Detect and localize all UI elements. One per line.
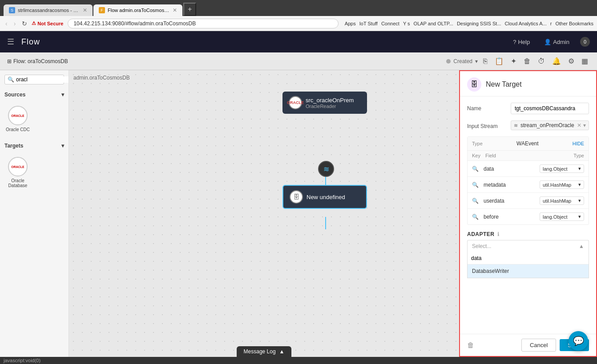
reload-button[interactable]: ↻	[20, 19, 29, 28]
field-type-select-data[interactable]: lang.Object ▾	[540, 164, 584, 173]
status-indicator[interactable]: Created ▾	[446, 58, 478, 64]
field-type-select-metadata[interactable]: util.HashMap ▾	[540, 180, 584, 189]
targets-chevron: ▾	[61, 143, 64, 149]
browser-tab-2[interactable]: F Flow admin.oraToCosmosDB ✕	[93, 4, 182, 16]
bookmark-cloud[interactable]: Cloud Analytics A...	[505, 21, 547, 26]
sources-section-header[interactable]: Sources ▾	[4, 92, 64, 98]
adapter-dropdown[interactable]: Select... ▲ DatabaseWriter	[467, 240, 589, 252]
field-row-userdata: 🔍 userdata util.HashMap ▾	[468, 193, 589, 209]
bookmark-olap[interactable]: OLAP and OLTP...	[414, 21, 453, 26]
notification-badge[interactable]: 0	[580, 37, 590, 47]
delete-button[interactable]: 🗑	[522, 56, 532, 67]
oracle-cdc-component[interactable]: ORACLE Oracle CDC	[4, 106, 31, 132]
forward-button[interactable]: ›	[12, 19, 18, 28]
bookmark-ys[interactable]: Y s	[403, 21, 410, 26]
message-log-bar[interactable]: Message Log ▲	[237, 346, 292, 357]
search-icon: 🔍	[8, 76, 14, 83]
app: ☰ Flow ? Help 👤 Admin 0 ⊞ Flow: oraToCos…	[0, 31, 597, 364]
tab-favicon-1: S	[9, 7, 15, 13]
input-stream-field-wrapper: ≋ stream_onPremOracle ✕ ▾	[511, 120, 589, 130]
status-chevron: ▾	[475, 58, 478, 64]
source-node-icon: ORACLE	[289, 96, 302, 109]
cancel-button[interactable]: Cancel	[521, 339, 556, 352]
reload-button[interactable]: 🔔	[550, 55, 563, 67]
connect-button[interactable]: ✦	[509, 55, 518, 67]
bookmark-iot[interactable]: IoT Stuff	[359, 21, 378, 26]
field-type-select-userdata[interactable]: util.HashMap ▾	[540, 196, 584, 205]
sources-section-content: ORACLE Oracle CDC	[4, 102, 64, 136]
hamburger-menu[interactable]: ☰	[7, 37, 14, 47]
field-name-metadata: metadata	[484, 182, 537, 188]
target-node-text: New undefined	[307, 194, 345, 200]
help-button[interactable]: ? Help	[513, 39, 530, 45]
message-log-icon: ▲	[279, 348, 285, 355]
name-label: Name	[467, 103, 507, 112]
adapter-options: DatabaseWriter	[467, 252, 589, 278]
canvas-label: admin.oraToCosmosDB	[73, 75, 130, 81]
oracle-cdc-icon: ORACLE	[8, 106, 28, 125]
status-bar: javascript:void(0)	[0, 357, 597, 364]
search-input[interactable]	[16, 76, 69, 83]
adapter-option-dbwriter[interactable]: DatabaseWriter	[468, 264, 589, 278]
admin-icon: 👤	[544, 39, 551, 45]
field-type-chevron-before: ▾	[578, 214, 581, 220]
adapter-search-input[interactable]	[471, 255, 585, 261]
input-stream-chip[interactable]: ≋ stream_onPremOracle ✕ ▾	[511, 120, 589, 130]
panel-body: Name Input Stream ≋ stream_onPremOracle …	[460, 96, 596, 334]
stream-chip-text: stream_onPremOracle	[520, 122, 574, 128]
adapter-chevron-icon: ▲	[579, 243, 584, 249]
delete-icon[interactable]: 🗑	[467, 341, 474, 349]
field-type-value-metadata: util.HashMap	[543, 182, 571, 188]
field-type-value-data: lang.Object	[543, 166, 568, 172]
grid-button[interactable]: ▦	[580, 55, 590, 67]
name-input[interactable]	[511, 103, 589, 114]
oracle-db-component[interactable]: ORACLE Oracle Database	[4, 157, 31, 188]
tab-close-1[interactable]: ✕	[83, 7, 87, 13]
adapter-info-icon[interactable]: ℹ	[497, 231, 500, 237]
copy-button[interactable]: ⎘	[481, 56, 489, 67]
target-node[interactable]: 🗄 New undefined	[282, 185, 367, 209]
field-type-value-userdata: util.HashMap	[543, 198, 571, 204]
status-dot	[446, 59, 451, 64]
targets-section-header[interactable]: Targets ▾	[4, 143, 64, 149]
field-type-chevron-data: ▾	[578, 166, 581, 172]
url-bar[interactable]	[68, 19, 338, 28]
right-panel: 🗄 New Target Name Input Stream ≋	[459, 70, 597, 357]
paste-button[interactable]: 📋	[493, 55, 505, 67]
chip-actions: ✕ ▾	[577, 122, 586, 128]
canvas-area[interactable]: admin.oraToCosmosDB ORACLE src_oracleOnP…	[69, 70, 459, 357]
tab-close-2[interactable]: ✕	[173, 7, 177, 13]
other-bookmarks[interactable]: Other Bookmarks	[555, 21, 593, 26]
browser-tab-1[interactable]: S strlimcassandracosmos - Dat... ✕	[4, 4, 93, 16]
warning-text: Not Secure	[37, 21, 63, 26]
back-button[interactable]: ‹	[4, 19, 9, 28]
chat-bubble[interactable]: 💬	[569, 331, 588, 351]
fields-header: Key Field Type	[468, 151, 589, 161]
admin-button[interactable]: 👤 Admin	[544, 39, 569, 45]
settings-button[interactable]: ⚙	[566, 55, 576, 67]
bookmark-r[interactable]: r	[550, 21, 552, 26]
run-button[interactable]: ⏱	[536, 56, 547, 67]
bookmark-ssis[interactable]: Designing SSIS St...	[457, 21, 501, 26]
chip-dropdown-icon[interactable]: ▾	[583, 122, 586, 128]
app-logo: Flow	[21, 37, 40, 47]
bookmark-apps[interactable]: Apps	[345, 21, 356, 26]
tab-favicon-2: F	[99, 7, 105, 13]
bookmarks-bar: Apps IoT Stuff Connect Y s OLAP and OLTP…	[345, 21, 593, 26]
name-row: Name	[467, 103, 589, 114]
panel-title: New Target	[486, 80, 522, 88]
type-hide-button[interactable]: HIDE	[573, 141, 584, 146]
breadcrumb-text: Flow: oraToCosmosDB	[13, 58, 68, 64]
input-stream-row: Input Stream ≋ stream_onPremOracle ✕ ▾	[467, 120, 589, 130]
col-field-header: Field	[485, 153, 535, 158]
bookmark-connect[interactable]: Connect	[381, 21, 399, 26]
chip-close-icon[interactable]: ✕	[577, 122, 581, 128]
new-tab-button[interactable]: +	[183, 3, 196, 16]
target-node-title: New undefined	[307, 194, 345, 200]
search-box: 🔍 ✕	[4, 75, 64, 84]
field-type-select-before[interactable]: lang.Object ▾	[540, 212, 584, 221]
stream-node[interactable]: ≋	[318, 161, 334, 177]
source-node[interactable]: ORACLE src_oracleOnPrem OracleReader	[282, 92, 367, 114]
source-node-title: src_oracleOnPrem	[306, 97, 354, 104]
adapter-select-box[interactable]: Select... ▲	[467, 240, 589, 252]
